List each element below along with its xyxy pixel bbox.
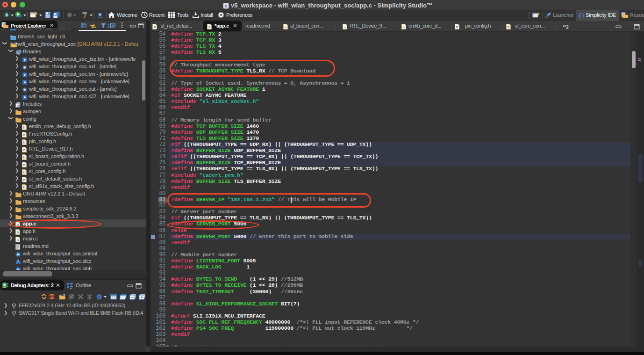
svg-text:c: c — [225, 4, 227, 8]
svg-text:h: h — [23, 185, 26, 189]
svg-text:h: h — [508, 25, 510, 29]
svg-text:}: } — [582, 12, 584, 18]
svg-text:h: h — [23, 148, 26, 152]
svg-text:.c: .c — [402, 26, 405, 29]
svg-text:h: h — [456, 25, 458, 29]
svg-text:h: h — [23, 163, 26, 167]
svg-text:h: h — [23, 125, 26, 130]
svg-text:.c: .c — [284, 26, 287, 29]
svg-text:h: h — [23, 170, 26, 174]
svg-text:.c: .c — [343, 26, 346, 29]
svg-text:c: c — [208, 25, 210, 29]
svg-text:{: { — [579, 12, 581, 18]
svg-text:si: si — [112, 24, 114, 27]
svg-text:h: h — [154, 25, 156, 29]
svg-text:h: h — [23, 140, 26, 145]
svg-text:h: h — [23, 133, 26, 137]
svg-text:h: h — [17, 104, 19, 107]
svg-text:.c: .c — [16, 238, 19, 241]
svg-text:C: C — [15, 42, 17, 45]
svg-text:h: h — [17, 230, 19, 234]
svg-text:h: h — [23, 178, 26, 182]
svg-text:h: h — [23, 155, 26, 159]
